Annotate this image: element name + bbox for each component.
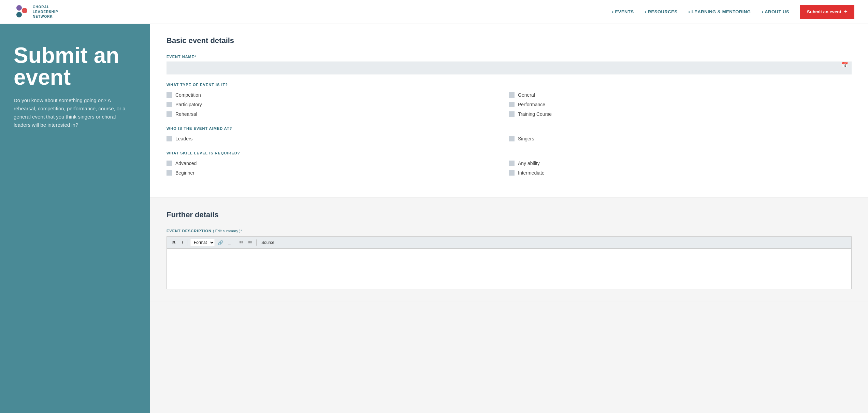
list-item: Participatory <box>167 102 509 107</box>
advanced-label: Advanced <box>175 161 197 166</box>
table-button[interactable]: ☷ <box>237 239 245 246</box>
link-button[interactable]: 🔗 <box>216 239 225 246</box>
submit-btn-plus: + <box>844 8 848 15</box>
editor-toolbar: B I Format 🔗 ⎯ ☷ ☷ Source <box>167 236 852 248</box>
main-content: Basic event details EVENT NAME* 📅 WHAT T… <box>150 24 868 413</box>
nav-about[interactable]: ABOUT US <box>762 9 789 14</box>
skill-col-right: Any ability Intermediate <box>509 161 852 176</box>
list-item: Competition <box>167 92 509 98</box>
description-editor[interactable] <box>167 248 852 289</box>
toolbar-divider-1 <box>188 239 188 246</box>
page-title: Submit an event <box>14 44 136 88</box>
audience-group: WHO IS THE EVENT AIMED AT? Leaders Singe… <box>167 126 852 141</box>
desc-label-text: EVENT DESCRIPTION <box>167 229 212 233</box>
basic-section-title: Basic event details <box>167 36 852 45</box>
any-ability-checkbox[interactable] <box>509 161 515 166</box>
performance-label: Performance <box>518 102 545 107</box>
list-item: Advanced <box>167 161 509 166</box>
navbar: CHORALLEADERSHIPNETWORK EVENTS RESOURCES… <box>0 0 868 24</box>
general-label: General <box>518 92 535 98</box>
event-type-group: WHAT TYPE OF EVENT IS IT? Competition Pa… <box>167 83 852 117</box>
event-name-field-wrapper: EVENT NAME* 📅 <box>167 55 852 74</box>
svg-point-1 <box>22 8 27 13</box>
training-course-checkbox[interactable] <box>509 111 515 117</box>
skill-group: WHAT SKILL LEVEL IS REQUIRED? Advanced B… <box>167 151 852 176</box>
event-name-label: EVENT NAME* <box>167 55 852 59</box>
list-item: Rehearsal <box>167 111 509 117</box>
leaders-label: Leaders <box>175 136 193 141</box>
svg-point-0 <box>16 5 22 11</box>
edit-summary-link[interactable]: ( Edit summary )* <box>213 229 242 233</box>
nav-events[interactable]: EVENTS <box>612 9 634 14</box>
submit-event-button[interactable]: Submit an event + <box>800 5 854 19</box>
toolbar-divider-3 <box>256 239 257 246</box>
further-details-section: Further details EVENT DESCRIPTION ( Edit… <box>150 198 868 302</box>
training-course-label: Training Course <box>518 111 552 117</box>
skill-col-left: Advanced Beginner <box>167 161 509 176</box>
event-type-col-left: Competition Participatory Rehearsal <box>167 92 509 117</box>
leaders-checkbox[interactable] <box>167 136 172 141</box>
list-item: Any ability <box>509 161 852 166</box>
participatory-label: Participatory <box>175 102 202 107</box>
source-button[interactable]: Source <box>259 239 277 246</box>
logo[interactable]: CHORALLEADERSHIPNETWORK <box>14 4 58 20</box>
svg-point-2 <box>16 12 22 17</box>
list-item: Beginner <box>167 170 509 176</box>
page-layout: Submit an event Do you know about someth… <box>0 24 868 413</box>
audience-label: WHO IS THE EVENT AIMED AT? <box>167 126 852 130</box>
beginner-label: Beginner <box>175 170 194 176</box>
skill-label: WHAT SKILL LEVEL IS REQUIRED? <box>167 151 852 155</box>
nav-links: EVENTS RESOURCES LEARNING & MENTORING AB… <box>612 5 854 19</box>
logo-text: CHORALLEADERSHIPNETWORK <box>33 5 58 19</box>
calendar-icon: 📅 <box>841 61 848 68</box>
audience-col-right: Singers <box>509 136 852 141</box>
rehearsal-label: Rehearsal <box>175 111 197 117</box>
list-item: Performance <box>509 102 852 107</box>
list-item: General <box>509 92 852 98</box>
list-item: Singers <box>509 136 852 141</box>
event-type-columns: Competition Participatory Rehearsal <box>167 92 852 117</box>
list-item: Leaders <box>167 136 509 141</box>
table-remove-button[interactable]: ☷ <box>246 239 254 246</box>
beginner-checkbox[interactable] <box>167 170 172 176</box>
event-name-input[interactable] <box>167 61 852 74</box>
list-item: Intermediate <box>509 170 852 176</box>
singers-checkbox[interactable] <box>509 136 515 141</box>
rehearsal-checkbox[interactable] <box>167 111 172 117</box>
audience-col-left: Leaders <box>167 136 509 141</box>
participatory-checkbox[interactable] <box>167 102 172 107</box>
format-select[interactable]: Format <box>190 239 215 246</box>
any-ability-label: Any ability <box>518 161 540 166</box>
event-type-label: WHAT TYPE OF EVENT IS IT? <box>167 83 852 87</box>
competition-label: Competition <box>175 92 201 98</box>
logo-icon <box>14 4 30 20</box>
event-type-col-right: General Performance Training Course <box>509 92 852 117</box>
sidebar: Submit an event Do you know about someth… <box>0 24 150 413</box>
competition-checkbox[interactable] <box>167 92 172 98</box>
nav-learning[interactable]: LEARNING & MENTORING <box>689 9 751 14</box>
hero-description: Do you know about something going on? A … <box>14 96 130 129</box>
basic-event-section: Basic event details EVENT NAME* 📅 WHAT T… <box>150 24 868 198</box>
list-item: Training Course <box>509 111 852 117</box>
intermediate-label: Intermediate <box>518 170 545 176</box>
nav-resources[interactable]: RESOURCES <box>645 9 678 14</box>
skill-columns: Advanced Beginner Any ability <box>167 161 852 176</box>
toolbar-divider-2 <box>235 239 235 246</box>
advanced-checkbox[interactable] <box>167 161 172 166</box>
bold-button[interactable]: B <box>170 239 178 246</box>
event-description-label: EVENT DESCRIPTION ( Edit summary )* <box>167 229 852 233</box>
unlink-button[interactable]: ⎯ <box>226 239 233 246</box>
italic-button[interactable]: I <box>179 239 186 246</box>
performance-checkbox[interactable] <box>509 102 515 107</box>
further-section-title: Further details <box>167 210 852 219</box>
general-checkbox[interactable] <box>509 92 515 98</box>
event-description-field: EVENT DESCRIPTION ( Edit summary )* B I … <box>167 229 852 289</box>
intermediate-checkbox[interactable] <box>509 170 515 176</box>
audience-columns: Leaders Singers <box>167 136 852 141</box>
submit-btn-label: Submit an event <box>807 9 841 14</box>
singers-label: Singers <box>518 136 534 141</box>
